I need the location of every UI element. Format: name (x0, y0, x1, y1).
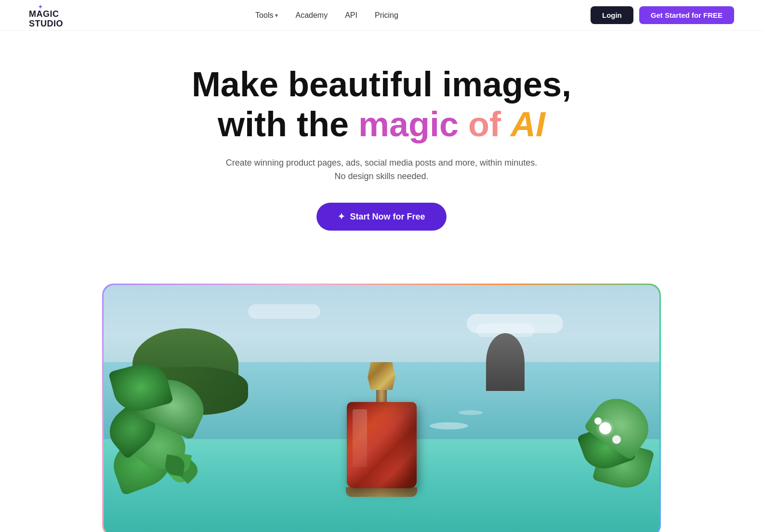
product-showcase (0, 284, 763, 532)
login-button[interactable]: Login (591, 6, 633, 24)
hero-subtitle: Create winning product pages, ads, socia… (226, 156, 537, 184)
shimmer-2 (459, 410, 483, 415)
logo-mark: ✦ MAGIC STUDIO (29, 2, 63, 29)
bottle-cap (366, 362, 397, 389)
bottle-neck (376, 390, 387, 402)
nav-link-tools[interactable]: Tools ▾ (255, 11, 278, 20)
sparkle-icon: ✦ (338, 211, 345, 222)
product-image (104, 285, 659, 532)
hero-section: Make beautiful images, with the magic of… (0, 31, 763, 284)
nav-link-api[interactable]: API (345, 11, 357, 19)
nav-link-pricing[interactable]: Pricing (375, 11, 398, 19)
logo-text: MAGIC STUDIO (29, 10, 63, 29)
hero-title: Make beautiful images, with the magic of… (192, 65, 571, 144)
bottle-base (346, 487, 417, 497)
foliage-left (104, 324, 267, 506)
nav-item-tools[interactable]: Tools ▾ (255, 11, 278, 20)
nav-link-academy[interactable]: Academy (295, 11, 328, 19)
get-started-button[interactable]: Get Started for FREE (639, 6, 734, 24)
start-now-button[interactable]: ✦ Start Now for Free (316, 203, 446, 231)
bottle-highlight (353, 409, 367, 467)
nav-item-academy[interactable]: Academy (295, 11, 328, 20)
navbar: ✦ MAGIC STUDIO Tools ▾ Academy API Prici… (0, 0, 763, 31)
nav-actions: Login Get Started for FREE (591, 6, 734, 24)
nav-item-api[interactable]: API (345, 11, 357, 20)
perfume-bottle (343, 362, 420, 497)
nav-item-pricing[interactable]: Pricing (375, 11, 398, 20)
start-now-label: Start Now for Free (350, 212, 425, 222)
shimmer-1 (430, 422, 468, 429)
image-frame (102, 284, 661, 532)
logo-star-icon: ✦ (38, 3, 43, 11)
bottle-body (347, 402, 417, 489)
cloud-3 (248, 304, 320, 319)
logo[interactable]: ✦ MAGIC STUDIO (29, 2, 63, 29)
chevron-down-icon: ▾ (275, 12, 278, 19)
foliage-right (515, 372, 659, 516)
nav-links: Tools ▾ Academy API Pricing (255, 11, 398, 20)
